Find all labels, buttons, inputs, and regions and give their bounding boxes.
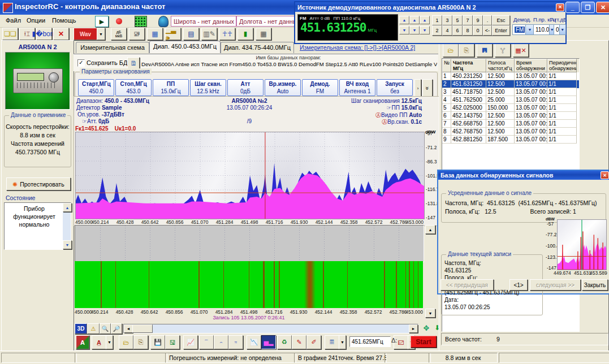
save-db-checkbox[interactable]: ✓ <box>77 59 85 67</box>
demod-select[interactable]: FM▼ <box>512 24 534 35</box>
save-db-label[interactable]: Сохранить БД <box>87 59 127 66</box>
column-header[interactable]: Полосачастот,кГц <box>486 59 515 72</box>
if-bw-select[interactable]: 110.0▼ <box>533 24 555 35</box>
key-6[interactable]: 6 <box>452 25 463 36</box>
scroll-down-icon[interactable]: ▼ <box>63 240 72 249</box>
waterfall-display[interactable] <box>75 261 423 308</box>
key-esc[interactable]: Esc <box>492 15 510 25</box>
db-table-icon[interactable]: ▤ <box>183 28 199 40</box>
marker-max-pen-icon[interactable]: ✐ <box>306 335 321 349</box>
spin-down-icon[interactable]: ▼ <box>420 26 430 34</box>
key-2[interactable]: 2 <box>432 25 442 36</box>
demod-window[interactable]: Источник демодулированного аудиосигнала … <box>294 1 567 44</box>
scan-att-button[interactable]: Атт0дБ <box>227 79 264 96</box>
scan-expand-button[interactable]: » <box>422 79 433 97</box>
record-icon[interactable] <box>116 18 122 24</box>
spectrum-view-button[interactable]: ▅▂ <box>261 335 276 349</box>
trace-max-icon[interactable]: ⌢ <box>214 335 228 349</box>
table-row[interactable]: 6452.14375012.50013.05.07 00:21/1 <box>442 112 579 120</box>
import-icon[interactable]: ⎘ <box>133 335 148 349</box>
scan-start-button[interactable]: Старт,МГц450.0 <box>78 79 114 96</box>
scheme-link[interactable]: Измерительная схема: []->[]->[AR5000A 2] <box>300 44 415 51</box>
start-button[interactable]: Start <box>411 336 437 348</box>
save-forward-icon[interactable]: 🖫 <box>165 335 180 349</box>
spectrum-plot[interactable] <box>75 132 425 219</box>
wav-dropdown-icon[interactable]: ▼ <box>97 28 105 40</box>
prev-record-button[interactable]: << предыдущая <box>440 279 494 291</box>
column-header[interactable]: Периодичнообнаружени <box>547 59 577 72</box>
view-3d-button[interactable]: 3D <box>75 323 87 334</box>
table-row[interactable]: 8452.76875012.50013.05.07 00:21/1 <box>442 128 579 136</box>
pan-cross-icon[interactable]: ✥ <box>422 324 431 333</box>
minimize-button[interactable]: _ <box>565 2 580 13</box>
table-delete-icon[interactable]: ▦✕ <box>513 44 529 57</box>
table-row[interactable]: 9452.881250187.50013.05.07 00:21/1 <box>442 136 579 144</box>
frequency-table-header[interactable]: №ЧастотаМГцПолосачастот,кГцВремяобнаруже… <box>442 59 579 72</box>
key-7[interactable]: 7 <box>463 15 473 25</box>
display-icon[interactable]: 🖳 <box>129 28 145 40</box>
demod-title-bar[interactable]: Источник демодулированного аудиосигнала … <box>295 2 565 12</box>
db-uv-units-icon[interactable]: дБмкВ <box>111 28 127 40</box>
test-button[interactable]: ✺ Протестировать <box>6 177 71 190</box>
restore-button[interactable]: ❐ <box>581 2 595 13</box>
spin-up-icon[interactable]: ▲ <box>420 16 430 24</box>
att-select[interactable]: 0▼ <box>554 24 566 35</box>
freq-input[interactable]: 451.625МГц <box>349 336 391 347</box>
trace-avg-icon[interactable]: ≈ <box>228 335 243 349</box>
key-backspace[interactable]: <- <box>483 25 492 36</box>
key-4[interactable]: 4 <box>442 25 452 36</box>
waterfall-scroll-up-icon[interactable]: ▲ <box>425 225 435 234</box>
scan-launch-button[interactable]: Запускбез огранич. <box>377 79 413 96</box>
tab-range-450-453[interactable]: Диап. 450.0-453.0МГц <box>149 41 221 53</box>
marker-red-pen-icon[interactable]: ✎ <box>292 335 306 349</box>
table-row[interactable]: 2451.63125012.50013.05.07 00:21/1 <box>442 80 579 88</box>
column-header[interactable]: Времяобнаружени <box>515 59 547 72</box>
tab-range-434-440[interactable]: Диап. 434.75-440.0МГц <box>221 42 294 53</box>
column-header[interactable]: № <box>442 59 451 72</box>
green-book-icon[interactable]: ▮ <box>237 28 253 40</box>
wav-record-button[interactable]: Wav <box>74 28 97 40</box>
table-row[interactable]: 3451.71875012.50013.05.07 00:21/1 <box>442 88 579 96</box>
table-row[interactable]: 5452.025000150.00013.05.07 00:21/1 <box>442 104 579 112</box>
map-matrix-icon[interactable] <box>135 16 147 27</box>
scan-step-button[interactable]: Шаг скан.12.5 kHz <box>190 79 226 96</box>
marker-select-dropdown-icon[interactable]: ▼ <box>339 335 346 349</box>
frequency-table-body[interactable]: 1450.23125012.50013.05.07 00:21/12451.63… <box>442 72 579 144</box>
key-3[interactable]: 3 <box>442 15 452 25</box>
table-filter-icon[interactable]: 🝖 <box>495 44 511 57</box>
palette-warning-icon[interactable]: ⚠ <box>87 323 100 334</box>
table-export-icon[interactable]: ⎘ <box>459 44 474 57</box>
state-scrollbar[interactable]: ▲ ▼ <box>63 203 71 249</box>
demod-close-icon[interactable]: ✕ <box>556 3 564 11</box>
report-icon[interactable]: 🖺 <box>127 57 140 69</box>
chart-threshold-icon[interactable]: 📉 <box>247 335 261 349</box>
page-button[interactable]: <1> <box>509 279 528 291</box>
scan-more-button[interactable]: › <box>414 79 421 97</box>
h-scrollbar[interactable]: ◄ ► <box>123 324 418 333</box>
marker-select-icon[interactable]: 𝄜 <box>325 335 339 349</box>
refresh-icon[interactable]: ♻ <box>277 335 292 349</box>
users-icon[interactable]: ☥☥ <box>219 28 235 40</box>
menu-file[interactable]: Файл <box>6 17 21 24</box>
key-0[interactable]: 0 <box>473 25 483 36</box>
scan-stop-button[interactable]: Стоп,МГц453.0 <box>115 79 152 96</box>
key-8[interactable]: 8 <box>463 25 473 36</box>
open-panorama-icon[interactable]: 🗁 <box>119 335 133 349</box>
tab-scheme[interactable]: Измерительная схема <box>76 42 149 53</box>
table-open-icon[interactable]: 🗁 <box>443 44 459 57</box>
signal-db-window[interactable]: База данных обнаруженных сигналов ✕ Усре… <box>437 170 609 294</box>
scroll-right-icon[interactable]: ► <box>409 324 418 333</box>
signal-db-title-bar[interactable]: База данных обнаруженных сигналов ✕ <box>438 171 609 180</box>
scan-demod-button[interactable]: Демод.FM <box>302 79 338 96</box>
zoom-in-icon[interactable]: 🔍 <box>100 323 111 334</box>
zoom-out-icon[interactable]: 🔎 <box>111 323 122 334</box>
spin-down-icon[interactable]: ▼ <box>409 26 420 34</box>
key-1[interactable]: 1 <box>432 15 442 25</box>
menu-help[interactable]: Помощь <box>52 17 76 24</box>
scan-rf-input-button[interactable]: ВЧ входАнтенна 1 <box>339 79 375 96</box>
scan-bw-button[interactable]: ПП15.0кГц <box>153 79 189 96</box>
scroll-thumb[interactable] <box>132 324 153 333</box>
table-edit-icon[interactable]: ▥✎ <box>201 28 217 40</box>
spin-down-icon[interactable]: ▼ <box>399 26 409 34</box>
chart-audio-icon[interactable]: ▁▃🕪 <box>165 28 181 40</box>
